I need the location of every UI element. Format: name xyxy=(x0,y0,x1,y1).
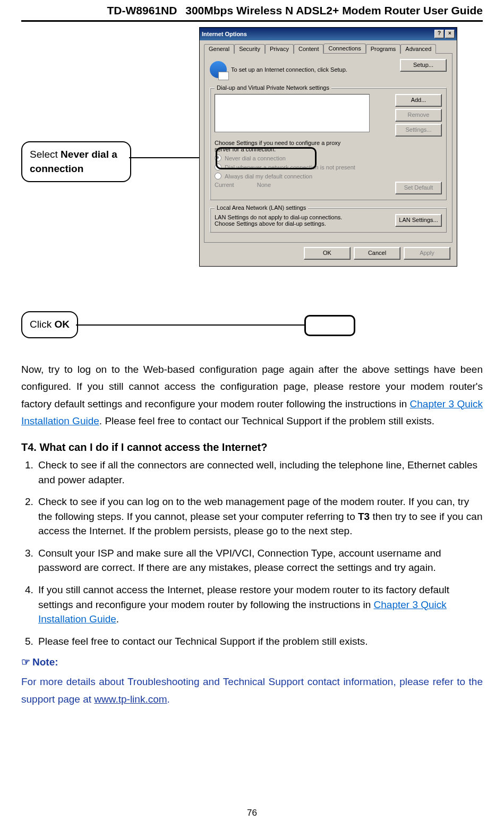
hand-icon: ☞ xyxy=(21,656,30,668)
dialup-listbox[interactable] xyxy=(215,94,370,132)
callout-bold: OK xyxy=(54,319,70,330)
callout-never-dial: Select Never dial a connection xyxy=(21,141,131,182)
proxy-text: server for a connection. xyxy=(215,146,442,152)
list-item: Please feel free to contact our Technica… xyxy=(36,634,483,649)
header-title: 300Mbps Wireless N ADSL2+ Modem Router U… xyxy=(185,4,483,16)
radio-label: Never dial a connection xyxy=(225,155,286,161)
step-text: Consult your ISP and make sure all the V… xyxy=(38,548,441,574)
page-header: TD-W8961ND 300Mbps Wireless N ADSL2+ Mod… xyxy=(21,0,483,22)
callout-text: Select xyxy=(30,149,61,160)
link-tplink[interactable]: www.tp-link.com xyxy=(94,694,167,705)
current-value: None xyxy=(257,182,271,188)
radio-icon xyxy=(215,173,221,180)
radio-never-dial[interactable]: Never dial a connection xyxy=(215,155,442,161)
step-text: . xyxy=(116,613,119,625)
callout-text: Click xyxy=(30,319,54,330)
tab-programs[interactable]: Programs xyxy=(366,44,401,54)
body-text: . Please feel free to contact our Techni… xyxy=(99,415,434,426)
highlight-ring-ok xyxy=(304,315,355,336)
header-model: TD-W8961ND xyxy=(107,4,177,16)
radio-label: Dial whenever a network connection is no… xyxy=(225,164,355,170)
body-paragraph: Now, try to log on to the Web-based conf… xyxy=(21,361,483,430)
page-number: 76 xyxy=(0,808,504,818)
note-text-a: For more details about Troubleshooting a… xyxy=(21,676,483,704)
step-text: Check to see if all the connectors are c… xyxy=(38,459,477,485)
internet-options-dialog: Internet Options ? × General Security Pr… xyxy=(199,27,457,267)
tab-advanced[interactable]: Advanced xyxy=(400,44,436,54)
tab-connections[interactable]: Connections xyxy=(323,44,365,53)
radio-dial-not-present[interactable]: Dial whenever a network connection is no… xyxy=(215,164,442,170)
list-item: If you still cannot access the Internet,… xyxy=(36,583,483,627)
tab-strip: General Security Privacy Content Connect… xyxy=(204,44,452,54)
dialog-footer: OK Cancel Apply xyxy=(204,243,452,261)
list-item: Consult your ISP and make sure all the V… xyxy=(36,546,483,575)
callout-click-ok: Click OK xyxy=(21,311,78,338)
setup-button[interactable]: Setup... xyxy=(400,59,447,72)
group-dialup-legend: Dial-up and Virtual Private Network sett… xyxy=(215,84,331,91)
current-label: Current xyxy=(215,182,234,188)
group-lan-legend: Local Area Network (LAN) settings xyxy=(215,204,308,211)
step-text: Please feel free to contact our Technica… xyxy=(38,636,368,647)
section-t4-heading: T4. What can I do if I cannot access the… xyxy=(21,441,483,454)
steps-list: Check to see if all the connectors are c… xyxy=(21,458,483,648)
note-text: For more details about Troubleshooting a… xyxy=(21,673,483,708)
step-bold: T3 xyxy=(358,511,370,522)
apply-button: Apply xyxy=(404,247,450,260)
note-label: ☞Note: xyxy=(21,656,483,668)
proxy-text: Choose Settings if you need to configure… xyxy=(215,140,442,146)
lan-text: LAN Settings do not apply to dial-up con… xyxy=(215,214,353,227)
callout-bold: Never dial a xyxy=(61,149,117,160)
help-icon[interactable]: ? xyxy=(434,30,444,38)
dialog-title: Internet Options xyxy=(202,31,247,37)
callout-bold: connection xyxy=(30,163,83,174)
radio-icon xyxy=(215,164,221,170)
cancel-button[interactable]: Cancel xyxy=(354,247,400,260)
settings-button: Settings... xyxy=(395,124,442,136)
dialog-titlebar: Internet Options ? × xyxy=(200,28,457,40)
tab-content[interactable]: Content xyxy=(294,44,324,54)
tab-security[interactable]: Security xyxy=(234,44,265,54)
add-button[interactable]: Add... xyxy=(395,94,442,107)
lan-settings-button[interactable]: LAN Settings... xyxy=(395,214,442,227)
group-lan: Local Area Network (LAN) settings LAN Se… xyxy=(210,204,447,233)
close-icon[interactable]: × xyxy=(445,30,455,38)
set-default-button: Set Default xyxy=(395,182,442,194)
callout-connector xyxy=(76,324,304,326)
setup-text: To set up an Internet connection, click … xyxy=(231,66,353,73)
list-item: Check to see if all the connectors are c… xyxy=(36,458,483,487)
list-item: Check to see if you can log on to the we… xyxy=(36,494,483,539)
tab-pane: To set up an Internet connection, click … xyxy=(204,54,452,243)
radio-always-dial[interactable]: Always dial my default connection xyxy=(215,173,442,180)
remove-button: Remove xyxy=(395,109,442,122)
figure-area: Select Never dial a connection Click OK … xyxy=(21,27,483,354)
radio-label: Always dial my default connection xyxy=(225,173,312,180)
radio-icon xyxy=(215,155,221,161)
note-text-b: . xyxy=(167,694,170,705)
tab-general[interactable]: General xyxy=(204,44,234,54)
note-label-text: Note: xyxy=(32,656,58,668)
ok-button[interactable]: OK xyxy=(304,247,351,260)
tab-privacy[interactable]: Privacy xyxy=(265,44,294,54)
globe-icon xyxy=(210,61,227,78)
group-dialup: Dial-up and Virtual Private Network sett… xyxy=(210,84,447,200)
